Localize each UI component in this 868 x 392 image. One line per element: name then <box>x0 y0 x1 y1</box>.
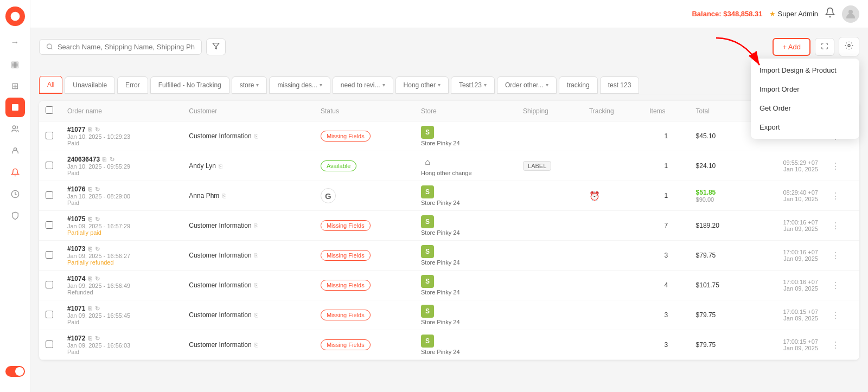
row-checkbox[interactable] <box>46 281 53 288</box>
copy-icon[interactable]: ⎘ <box>88 335 92 342</box>
refresh-icon[interactable]: ↻ <box>95 216 100 222</box>
row-checkbox[interactable] <box>46 340 53 348</box>
order-number[interactable]: #1071 ⎘ ↻ <box>67 305 176 312</box>
nav-clock-icon[interactable] <box>5 184 25 204</box>
customer-copy-icon[interactable]: ⎘ <box>222 192 226 199</box>
nav-people-icon[interactable] <box>5 119 25 139</box>
export-menu-item[interactable]: Export <box>751 118 859 137</box>
import-order-menu-item[interactable]: Import Order <box>751 80 859 99</box>
customer-name[interactable]: Customer Information <box>189 222 251 229</box>
row-actions-button[interactable]: ⋮ <box>831 162 840 171</box>
tab-order-other[interactable]: Order other... ▾ <box>497 76 557 94</box>
logo[interactable] <box>5 7 25 26</box>
expand-button[interactable] <box>815 38 834 56</box>
refresh-icon[interactable]: ↻ <box>110 156 114 163</box>
copy-icon[interactable]: ⎘ <box>88 126 92 133</box>
row-actions-button[interactable]: ⋮ <box>831 281 840 290</box>
nav-layers-icon[interactable]: ⊞ <box>5 76 25 95</box>
row-actions-button[interactable]: ⋮ <box>831 221 840 230</box>
customer-name[interactable]: Customer Information <box>189 132 251 140</box>
customer-name[interactable]: Anna Phm <box>189 192 219 200</box>
customer-name[interactable]: Customer Information <box>189 341 251 349</box>
tab-store[interactable]: store ▾ <box>232 76 267 94</box>
order-number[interactable]: #1077 ⎘ ↻ <box>67 126 176 133</box>
items-cell: 3 <box>643 330 689 360</box>
user-avatar[interactable] <box>842 5 859 23</box>
items-cell: 1 <box>643 121 689 151</box>
row-checkbox[interactable] <box>46 251 53 259</box>
add-button[interactable]: + Add <box>773 38 810 56</box>
customer-name[interactable]: Customer Information <box>189 281 251 289</box>
refresh-icon[interactable]: ↻ <box>95 305 100 312</box>
copy-icon[interactable]: ⎘ <box>103 156 106 163</box>
tab-unavailable[interactable]: Unavailable <box>65 76 115 94</box>
filter-button[interactable] <box>206 38 226 55</box>
nav-arrow-icon[interactable]: → <box>5 33 25 52</box>
order-number[interactable]: #1075 ⎘ ↻ <box>67 215 176 223</box>
row-actions-button[interactable]: ⋮ <box>831 340 840 350</box>
tab-tracking[interactable]: tracking <box>559 76 598 94</box>
customer-copy-icon[interactable]: ⎘ <box>254 282 258 288</box>
customer-copy-icon[interactable]: ⎘ <box>254 342 258 348</box>
nav-users-icon[interactable] <box>5 141 25 160</box>
refresh-icon[interactable]: ↻ <box>95 186 100 192</box>
total-cell: $101.75 <box>690 271 748 300</box>
customer-name[interactable]: Andy Lyn <box>189 162 216 170</box>
order-number[interactable]: #1074 ⎘ ↻ <box>67 275 176 282</box>
sidebar-toggle[interactable] <box>5 366 25 377</box>
customer-copy-icon[interactable]: ⎘ <box>254 222 258 229</box>
col-shipping: Shipping <box>516 101 583 121</box>
customer-copy-icon[interactable]: ⎘ <box>254 252 258 259</box>
payment-status: Partially paid <box>67 229 176 236</box>
refresh-icon[interactable]: ↻ <box>95 246 100 252</box>
customer-copy-icon[interactable]: ⎘ <box>219 163 222 169</box>
refresh-icon[interactable]: ↻ <box>95 275 100 282</box>
row-actions-button[interactable]: ⋮ <box>831 191 840 201</box>
order-number[interactable]: #1072 ⎘ ↻ <box>67 335 176 342</box>
copy-icon[interactable]: ⎘ <box>88 216 92 222</box>
tab-test123-2[interactable]: test 123 <box>600 76 640 94</box>
search-input[interactable] <box>58 43 195 51</box>
nav-shield-icon[interactable] <box>5 206 25 226</box>
customer-copy-icon[interactable]: ⎘ <box>254 133 258 139</box>
col-total: Total <box>690 101 748 121</box>
get-order-menu-item[interactable]: Get Order <box>751 99 859 118</box>
row-actions-button[interactable]: ⋮ <box>831 311 840 320</box>
tab-all[interactable]: All <box>39 76 62 94</box>
row-checkbox[interactable] <box>46 221 53 229</box>
notification-bell-icon[interactable] <box>825 7 835 21</box>
tab-test123[interactable]: Test123 ▾ <box>451 76 495 94</box>
customer-copy-icon[interactable]: ⎘ <box>254 312 258 318</box>
tab-need-to-revi[interactable]: need to revi... ▾ <box>333 76 393 94</box>
customer-name[interactable]: Customer Information <box>189 311 251 319</box>
row-actions-button[interactable]: ⋮ <box>831 251 840 260</box>
nav-bell-icon[interactable] <box>5 163 25 182</box>
settings-button[interactable] <box>839 37 859 56</box>
copy-icon[interactable]: ⎘ <box>88 246 92 252</box>
customer-name[interactable]: Customer Information <box>189 252 251 259</box>
payment-status: Paid <box>67 200 176 206</box>
refresh-icon[interactable]: ↻ <box>95 335 100 342</box>
chevron-down-icon: ▾ <box>382 82 385 88</box>
tab-error[interactable]: Error <box>117 76 148 94</box>
tab-fulfilled-no-tracking[interactable]: Fulfilled - No Tracking <box>150 76 229 94</box>
order-number[interactable]: #1073 ⎘ ↻ <box>67 245 176 253</box>
tab-hong-other[interactable]: Hong other ▾ <box>395 76 449 94</box>
select-all-checkbox[interactable] <box>46 106 53 114</box>
shopify-icon: S <box>421 245 434 258</box>
row-checkbox[interactable] <box>46 191 53 199</box>
import-design-product-menu-item[interactable]: Import Design & Product <box>751 61 859 80</box>
svg-point-1 <box>12 126 15 128</box>
nav-orders-icon[interactable] <box>5 98 25 117</box>
copy-icon[interactable]: ⎘ <box>88 275 92 282</box>
order-number[interactable]: 240636473 ⎘ ↻ <box>67 156 176 163</box>
row-checkbox[interactable] <box>46 311 53 318</box>
copy-icon[interactable]: ⎘ <box>88 305 92 312</box>
copy-icon[interactable]: ⎘ <box>88 186 92 192</box>
nav-chart-icon[interactable]: ▦ <box>5 54 25 74</box>
tab-missing-des[interactable]: missing des... ▾ <box>269 76 330 94</box>
row-checkbox[interactable] <box>46 132 53 139</box>
order-number[interactable]: #1076 ⎘ ↻ <box>67 185 176 193</box>
refresh-icon[interactable]: ↻ <box>95 126 100 133</box>
row-checkbox[interactable] <box>46 162 53 169</box>
